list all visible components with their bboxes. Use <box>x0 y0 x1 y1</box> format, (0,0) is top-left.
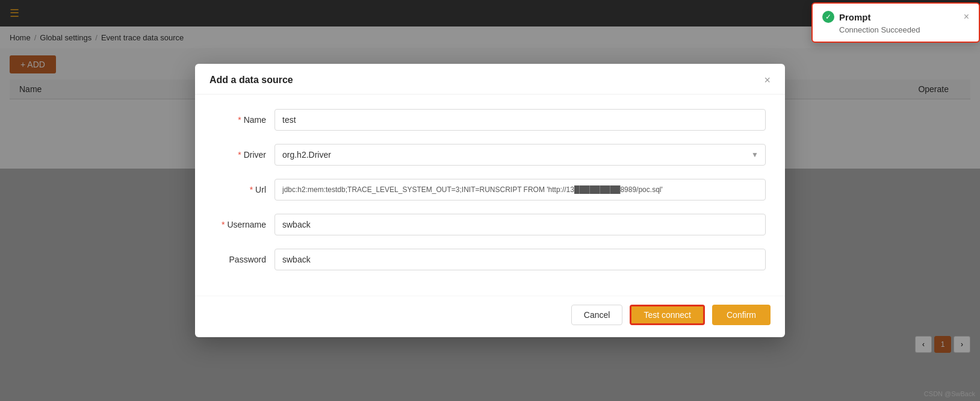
username-field-row: Username <box>214 214 766 235</box>
password-input[interactable] <box>274 249 766 270</box>
prompt-header: ✓ Prompt × <box>822 11 969 23</box>
dialog-close-button[interactable]: × <box>764 75 771 85</box>
prompt-message: Connection Succeeded <box>822 25 969 34</box>
dialog-header: Add a data source × <box>195 64 785 95</box>
success-icon: ✓ <box>822 11 834 23</box>
dialog-title: Add a data source <box>209 75 293 85</box>
test-connect-button[interactable]: Test connect <box>630 305 705 325</box>
prompt-title: Prompt <box>839 12 871 22</box>
confirm-button[interactable]: Confirm <box>712 305 771 325</box>
url-label: Url <box>214 185 274 194</box>
driver-field-row: Driver org.h2.Driver ▼ <box>214 144 766 166</box>
username-input[interactable] <box>274 214 766 235</box>
driver-select-wrapper: org.h2.Driver ▼ <box>274 144 766 166</box>
username-label: Username <box>214 220 274 229</box>
dialog-body: Name Driver org.h2.Driver ▼ Url <box>195 95 785 296</box>
name-label: Name <box>214 115 274 125</box>
driver-select[interactable]: org.h2.Driver <box>274 144 766 166</box>
modal-overlay: Add a data source × Name Driver org.h2.D… <box>0 0 980 401</box>
cancel-button[interactable]: Cancel <box>571 305 623 325</box>
url-input[interactable] <box>274 179 766 200</box>
dialog-footer: Cancel Test connect Confirm <box>195 296 785 337</box>
name-input[interactable] <box>274 109 766 131</box>
password-label: Password <box>214 255 274 264</box>
driver-label: Driver <box>214 150 274 160</box>
prompt-notification: ✓ Prompt × Connection Succeeded <box>811 2 980 43</box>
prompt-close-button[interactable]: × <box>964 12 969 22</box>
name-field-row: Name <box>214 109 766 131</box>
add-datasource-dialog: Add a data source × Name Driver org.h2.D… <box>195 64 785 337</box>
url-field-row: Url <box>214 179 766 200</box>
prompt-title-row: ✓ Prompt <box>822 11 871 23</box>
password-field-row: Password <box>214 249 766 270</box>
